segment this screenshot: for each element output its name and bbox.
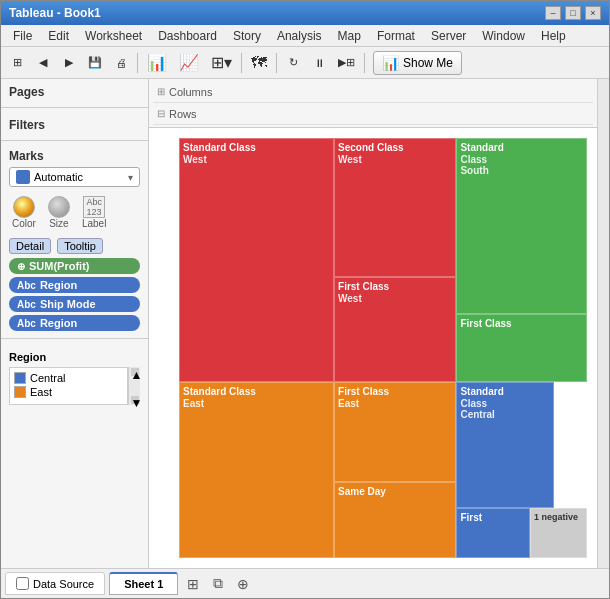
maximize-button[interactable]: □ (565, 6, 581, 20)
bar-chart-btn[interactable]: 📊 (142, 51, 172, 75)
scroll-down-icon[interactable]: ▼ (131, 396, 139, 404)
main-window: Tableau - Book1 – □ × File Edit Workshee… (0, 0, 610, 599)
cell-sc-south-label: Standard (460, 142, 583, 154)
legend-scrollbar[interactable]: ▲ ▼ (128, 367, 140, 405)
viz-area: Standard Class West Second Class West Fi… (149, 128, 597, 568)
tooltip-pill[interactable]: Tooltip (57, 238, 103, 254)
rows-label: ⊟ Rows (157, 108, 237, 120)
marks-title: Marks (9, 149, 140, 163)
treemap: Standard Class West Second Class West Fi… (179, 138, 587, 558)
maps-btn[interactable]: 🗺 (246, 51, 272, 75)
forward-button[interactable]: ▶ (57, 51, 81, 75)
separator3 (276, 53, 277, 73)
menu-story[interactable]: Story (225, 27, 269, 45)
cell-sc-south-sub2: South (460, 165, 583, 176)
duplicate-sheet-button[interactable]: ⧉ (208, 572, 228, 595)
scroll-up-icon[interactable]: ▲ (131, 368, 139, 376)
cell-fc-west-sub: West (338, 293, 452, 304)
size-icon (48, 196, 70, 218)
ship-mode-pill[interactable]: Abc Ship Mode (9, 296, 140, 312)
marks-section: Marks Automatic ▾ Color Size (1, 145, 148, 338)
menu-worksheet[interactable]: Worksheet (77, 27, 150, 45)
color-button[interactable]: Color (9, 193, 39, 232)
menu-edit[interactable]: Edit (40, 27, 77, 45)
menu-format[interactable]: Format (369, 27, 423, 45)
title-bar: Tableau - Book1 – □ × (1, 1, 609, 25)
menu-server[interactable]: Server (423, 27, 474, 45)
color-label: Color (12, 218, 36, 229)
cell-sc-west[interactable]: Standard Class West (179, 138, 334, 382)
region-pill-2[interactable]: Abc Region (9, 315, 140, 331)
datasource-checkbox[interactable] (16, 577, 29, 590)
pages-section: Pages (1, 79, 148, 107)
bottom-bar: Data Source Sheet 1 ⊞ ⧉ ⊕ (1, 568, 609, 598)
cell-fc-south-label: First Class (460, 318, 583, 330)
cell-negative-label: 1 negative (534, 512, 583, 523)
cell-negative[interactable]: 1 negative (530, 508, 587, 558)
marks-type-dropdown[interactable]: Automatic ▾ (9, 167, 140, 187)
sheet1-tab[interactable]: Sheet 1 (109, 572, 178, 595)
close-button[interactable]: × (585, 6, 601, 20)
show-me-icon: 📊 (382, 55, 399, 71)
cell-fc-west[interactable]: First Class West (334, 277, 456, 382)
vertical-scrollbar[interactable] (597, 79, 609, 568)
ship-mode-label: Ship Mode (40, 298, 96, 310)
legend-color-central (14, 372, 26, 384)
run-btn[interactable]: ▶⊞ (333, 51, 360, 75)
cell-fc-east-sub: East (338, 398, 452, 409)
cell-sc-east-sub: East (183, 398, 330, 409)
left-panel: Pages Filters Marks Automatic ▾ (1, 79, 149, 568)
size-button[interactable]: Size (45, 193, 73, 232)
back-button[interactable]: ◀ (31, 51, 55, 75)
cell-fc-east[interactable]: First Class East (334, 382, 456, 483)
menu-analysis[interactable]: Analysis (269, 27, 330, 45)
cell-first-central[interactable]: First (456, 508, 529, 558)
refresh-btn[interactable]: ↻ (281, 51, 305, 75)
legend-section: Region Central East ▲ ▼ (1, 347, 148, 409)
cell-sc-east[interactable]: Standard Class East (179, 382, 334, 558)
menu-map[interactable]: Map (330, 27, 369, 45)
show-me-label: Show Me (403, 56, 453, 70)
line-chart-btn[interactable]: 📈 (174, 51, 204, 75)
shelf-area: ⊞ Columns ⊟ Rows (149, 79, 597, 128)
label-button[interactable]: Abc123 Label (79, 193, 109, 232)
cell-same-day[interactable]: Same Day (334, 482, 456, 558)
menu-help[interactable]: Help (533, 27, 574, 45)
cell-2c-west-sub: West (338, 154, 452, 165)
separator2 (241, 53, 242, 73)
legend-item-east: East (14, 386, 123, 398)
pause-btn[interactable]: ⏸ (307, 51, 331, 75)
cell-sc-central-sub1: Class (460, 398, 550, 409)
add-tab-button[interactable]: ⊕ (232, 573, 254, 595)
sheet1-label: Sheet 1 (124, 578, 163, 590)
print-button[interactable]: 🖨 (109, 51, 133, 75)
region-pill-1[interactable]: Abc Region (9, 277, 140, 293)
window-controls[interactable]: – □ × (545, 6, 601, 20)
cell-sc-south-sub1: Class (460, 154, 583, 165)
minimize-button[interactable]: – (545, 6, 561, 20)
cell-2c-west[interactable]: Second Class West (334, 138, 456, 277)
menu-window[interactable]: Window (474, 27, 533, 45)
marks-detail-row: Detail Tooltip (9, 238, 140, 254)
cell-fc-west-label: First Class (338, 281, 452, 293)
detail-pill[interactable]: Detail (9, 238, 51, 254)
menu-dashboard[interactable]: Dashboard (150, 27, 225, 45)
show-me-button[interactable]: 📊 Show Me (373, 51, 462, 75)
label-icon: Abc123 (83, 196, 105, 218)
columns-label: ⊞ Columns (157, 86, 237, 98)
save-button[interactable]: 💾 (83, 51, 107, 75)
cell-fc-south[interactable]: First Class (456, 314, 587, 381)
scatter-btn[interactable]: ⊞▾ (206, 51, 237, 75)
cell-sc-west-label: Standard Class (183, 142, 330, 154)
datasource-tab[interactable]: Data Source (5, 572, 105, 595)
menu-file[interactable]: File (5, 27, 40, 45)
toolbar: ⊞ ◀ ▶ 💾 🖨 📊 📈 ⊞▾ 🗺 ↻ ⏸ ▶⊞ 📊 Show Me (1, 47, 609, 79)
filters-title: Filters (9, 118, 140, 132)
sum-profit-pill[interactable]: ⊕ SUM(Profit) (9, 258, 140, 274)
new-sheet-button[interactable]: ⊞ (182, 573, 204, 595)
cell-sc-south[interactable]: Standard Class South (456, 138, 587, 314)
window-title: Tableau - Book1 (9, 6, 101, 20)
new-button[interactable]: ⊞ (5, 51, 29, 75)
cell-sc-central[interactable]: Standard Class Central (456, 382, 554, 508)
legend-label-east: East (30, 386, 52, 398)
